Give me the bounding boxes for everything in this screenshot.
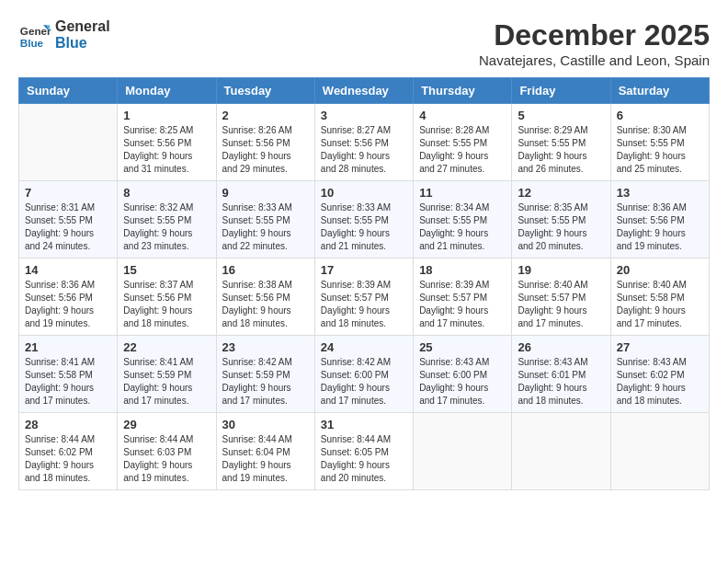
logo-blue: Blue — [55, 35, 110, 52]
table-row: 29Sunrise: 8:44 AMSunset: 6:03 PMDayligh… — [118, 413, 216, 490]
col-header-wednesday: Wednesday — [314, 78, 413, 104]
day-number: 30 — [222, 418, 309, 431]
day-info: Sunrise: 8:36 AMSunset: 5:56 PMDaylight:… — [25, 279, 111, 330]
day-info: Sunrise: 8:43 AMSunset: 6:02 PMDaylight:… — [617, 356, 703, 408]
col-header-friday: Friday — [512, 78, 610, 104]
day-info: Sunrise: 8:34 AMSunset: 5:55 PMDaylight:… — [419, 201, 506, 253]
calendar-table: SundayMondayTuesdayWednesdayThursdayFrid… — [18, 77, 710, 490]
table-row: 17Sunrise: 8:39 AMSunset: 5:57 PMDayligh… — [314, 259, 413, 336]
table-row: 26Sunrise: 8:43 AMSunset: 6:01 PMDayligh… — [512, 336, 610, 413]
day-info: Sunrise: 8:26 AMSunset: 5:56 PMDaylight:… — [222, 124, 309, 176]
col-header-tuesday: Tuesday — [216, 78, 314, 104]
calendar-header-row: SundayMondayTuesdayWednesdayThursdayFrid… — [19, 78, 710, 104]
calendar-week-4: 21Sunrise: 8:41 AMSunset: 5:58 PMDayligh… — [19, 336, 710, 413]
table-row: 27Sunrise: 8:43 AMSunset: 6:02 PMDayligh… — [610, 336, 709, 413]
day-number: 14 — [25, 263, 111, 277]
table-row — [610, 413, 709, 490]
day-number: 12 — [518, 186, 604, 200]
table-row: 25Sunrise: 8:43 AMSunset: 6:00 PMDayligh… — [414, 336, 512, 413]
day-number: 8 — [123, 186, 210, 200]
day-info: Sunrise: 8:41 AMSunset: 5:58 PMDaylight:… — [25, 356, 111, 408]
table-row: 31Sunrise: 8:44 AMSunset: 6:05 PMDayligh… — [314, 413, 413, 490]
title-block: December 2025 Navatejares, Castille and … — [479, 18, 710, 68]
day-number: 15 — [123, 263, 210, 277]
table-row: 14Sunrise: 8:36 AMSunset: 5:56 PMDayligh… — [19, 259, 118, 336]
day-number: 11 — [419, 186, 506, 200]
day-info: Sunrise: 8:43 AMSunset: 6:01 PMDaylight:… — [518, 356, 604, 408]
day-number: 29 — [123, 418, 210, 431]
table-row: 24Sunrise: 8:42 AMSunset: 6:00 PMDayligh… — [314, 336, 413, 413]
calendar-week-2: 7Sunrise: 8:31 AMSunset: 5:55 PMDaylight… — [19, 181, 710, 259]
day-info: Sunrise: 8:39 AMSunset: 5:57 PMDaylight:… — [419, 279, 506, 330]
day-info: Sunrise: 8:44 AMSunset: 6:05 PMDaylight:… — [321, 433, 407, 485]
table-row: 11Sunrise: 8:34 AMSunset: 5:55 PMDayligh… — [414, 181, 512, 259]
day-number: 13 — [617, 186, 703, 200]
table-row: 3Sunrise: 8:27 AMSunset: 5:56 PMDaylight… — [314, 104, 413, 181]
day-number: 10 — [321, 186, 407, 200]
day-number: 17 — [321, 263, 407, 277]
table-row — [414, 413, 512, 490]
day-number: 26 — [518, 340, 604, 354]
day-info: Sunrise: 8:32 AMSunset: 5:55 PMDaylight:… — [123, 201, 210, 253]
table-row: 19Sunrise: 8:40 AMSunset: 5:57 PMDayligh… — [512, 259, 610, 336]
day-number: 20 — [617, 263, 703, 277]
col-header-thursday: Thursday — [414, 78, 512, 104]
day-info: Sunrise: 8:44 AMSunset: 6:04 PMDaylight:… — [222, 433, 309, 485]
day-info: Sunrise: 8:25 AMSunset: 5:56 PMDaylight:… — [123, 124, 210, 176]
day-number: 16 — [222, 263, 309, 277]
day-number: 1 — [123, 109, 210, 122]
logo-general: General — [55, 18, 110, 35]
day-info: Sunrise: 8:38 AMSunset: 5:56 PMDaylight:… — [222, 279, 309, 330]
day-info: Sunrise: 8:36 AMSunset: 5:56 PMDaylight:… — [617, 201, 703, 253]
svg-text:Blue: Blue — [20, 37, 44, 49]
col-header-saturday: Saturday — [610, 78, 709, 104]
location-subtitle: Navatejares, Castille and Leon, Spain — [479, 52, 710, 68]
day-info: Sunrise: 8:37 AMSunset: 5:56 PMDaylight:… — [123, 279, 210, 330]
day-info: Sunrise: 8:42 AMSunset: 5:59 PMDaylight:… — [222, 356, 309, 408]
col-header-monday: Monday — [118, 78, 216, 104]
day-info: Sunrise: 8:42 AMSunset: 6:00 PMDaylight:… — [321, 356, 407, 408]
day-number: 2 — [222, 109, 309, 122]
table-row: 10Sunrise: 8:33 AMSunset: 5:55 PMDayligh… — [314, 181, 413, 259]
day-info: Sunrise: 8:33 AMSunset: 5:55 PMDaylight:… — [222, 201, 309, 253]
day-info: Sunrise: 8:43 AMSunset: 6:00 PMDaylight:… — [419, 356, 506, 408]
day-info: Sunrise: 8:44 AMSunset: 6:03 PMDaylight:… — [123, 433, 210, 485]
day-info: Sunrise: 8:27 AMSunset: 5:56 PMDaylight:… — [321, 124, 407, 176]
table-row: 20Sunrise: 8:40 AMSunset: 5:58 PMDayligh… — [610, 259, 709, 336]
table-row: 15Sunrise: 8:37 AMSunset: 5:56 PMDayligh… — [118, 259, 216, 336]
logo: General Blue General Blue — [18, 18, 110, 52]
table-row: 12Sunrise: 8:35 AMSunset: 5:55 PMDayligh… — [512, 181, 610, 259]
table-row — [19, 104, 118, 181]
calendar-week-5: 28Sunrise: 8:44 AMSunset: 6:02 PMDayligh… — [19, 413, 710, 490]
day-info: Sunrise: 8:30 AMSunset: 5:55 PMDaylight:… — [617, 124, 703, 176]
day-info: Sunrise: 8:28 AMSunset: 5:55 PMDaylight:… — [419, 124, 506, 176]
day-number: 5 — [518, 109, 604, 122]
table-row: 30Sunrise: 8:44 AMSunset: 6:04 PMDayligh… — [216, 413, 314, 490]
table-row: 6Sunrise: 8:30 AMSunset: 5:55 PMDaylight… — [610, 104, 709, 181]
day-info: Sunrise: 8:40 AMSunset: 5:57 PMDaylight:… — [518, 279, 604, 330]
calendar-week-1: 1Sunrise: 8:25 AMSunset: 5:56 PMDaylight… — [19, 104, 710, 181]
calendar-week-3: 14Sunrise: 8:36 AMSunset: 5:56 PMDayligh… — [19, 259, 710, 336]
day-info: Sunrise: 8:44 AMSunset: 6:02 PMDaylight:… — [25, 433, 111, 485]
table-row: 18Sunrise: 8:39 AMSunset: 5:57 PMDayligh… — [414, 259, 512, 336]
table-row: 21Sunrise: 8:41 AMSunset: 5:58 PMDayligh… — [19, 336, 118, 413]
table-row: 28Sunrise: 8:44 AMSunset: 6:02 PMDayligh… — [19, 413, 118, 490]
day-number: 3 — [321, 109, 407, 122]
day-number: 23 — [222, 340, 309, 354]
table-row: 16Sunrise: 8:38 AMSunset: 5:56 PMDayligh… — [216, 259, 314, 336]
day-number: 9 — [222, 186, 309, 200]
table-row: 4Sunrise: 8:28 AMSunset: 5:55 PMDaylight… — [414, 104, 512, 181]
day-number: 28 — [25, 418, 111, 431]
day-info: Sunrise: 8:29 AMSunset: 5:55 PMDaylight:… — [518, 124, 604, 176]
day-info: Sunrise: 8:31 AMSunset: 5:55 PMDaylight:… — [25, 201, 111, 253]
col-header-sunday: Sunday — [19, 78, 118, 104]
table-row: 23Sunrise: 8:42 AMSunset: 5:59 PMDayligh… — [216, 336, 314, 413]
table-row: 22Sunrise: 8:41 AMSunset: 5:59 PMDayligh… — [118, 336, 216, 413]
day-info: Sunrise: 8:39 AMSunset: 5:57 PMDaylight:… — [321, 279, 407, 330]
day-number: 27 — [617, 340, 703, 354]
table-row: 1Sunrise: 8:25 AMSunset: 5:56 PMDaylight… — [118, 104, 216, 181]
day-number: 19 — [518, 263, 604, 277]
table-row: 2Sunrise: 8:26 AMSunset: 5:56 PMDaylight… — [216, 104, 314, 181]
table-row: 8Sunrise: 8:32 AMSunset: 5:55 PMDaylight… — [118, 181, 216, 259]
day-number: 25 — [419, 340, 506, 354]
